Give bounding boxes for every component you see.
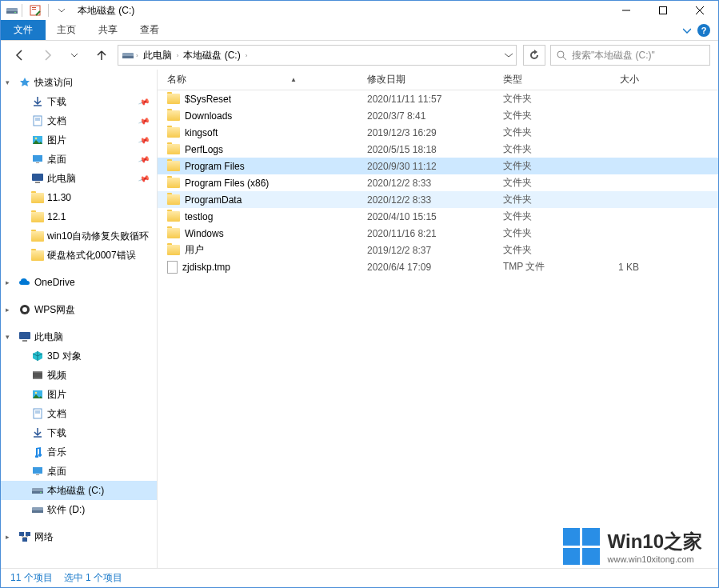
folder-icon <box>167 245 180 255</box>
tree-pc-item[interactable]: 软件 (D:) <box>1 500 157 519</box>
item-icon <box>31 134 44 146</box>
breadcrumb-drive[interactable]: 本地磁盘 (C:) <box>180 47 243 64</box>
svg-line-13 <box>563 57 566 60</box>
tree-label: 文档 <box>47 114 66 128</box>
title-bar: 本地磁盘 (C:) <box>1 1 718 20</box>
svg-rect-25 <box>19 332 30 339</box>
tree-pc-item[interactable]: 音乐 <box>1 442 157 462</box>
file-row[interactable]: zjdiskp.tmp2020/6/4 17:09TMP 文件1 KB <box>158 258 718 275</box>
ribbon-home-tab[interactable]: 主页 <box>46 20 87 40</box>
tree-quick-item[interactable]: 此电脑📌 <box>1 169 157 188</box>
file-row[interactable]: testlog2020/4/10 15:15文件夹 <box>158 208 718 225</box>
address-dropdown-icon[interactable] <box>505 51 513 59</box>
back-button[interactable] <box>9 44 31 66</box>
help-icon[interactable]: ? <box>697 24 710 37</box>
ribbon-share-tab[interactable]: 共享 <box>87 20 129 40</box>
file-list-area: 名称▲ 修改日期 类型 大小 $SysReset2020/11/11 11:57… <box>158 70 718 568</box>
chevron-down-icon[interactable]: ▾ <box>6 333 15 341</box>
tree-quick-item[interactable]: 图片📌 <box>1 130 157 150</box>
tree-quick-item[interactable]: 下载📌 <box>1 92 157 111</box>
recent-dropdown[interactable] <box>63 44 86 66</box>
maximize-button[interactable] <box>645 1 681 20</box>
forward-button[interactable] <box>36 44 58 66</box>
tree-quick-item[interactable]: win10自动修复失败循环 <box>1 226 157 246</box>
file-row[interactable]: ProgramData2020/12/2 8:33文件夹 <box>158 191 718 208</box>
file-row[interactable]: 用户2019/12/2 8:37文件夹 <box>158 242 718 258</box>
tree-onedrive[interactable]: ▸ OneDrive <box>1 273 157 292</box>
chevron-right-icon[interactable]: › <box>246 52 248 59</box>
col-header-type[interactable]: 类型 <box>503 73 583 86</box>
tree-pc-item[interactable]: 图片 <box>1 385 157 404</box>
file-type: 文件夹 <box>503 92 583 106</box>
tree-label: 视频 <box>47 369 66 382</box>
up-button[interactable] <box>90 44 113 66</box>
ribbon-view-tab[interactable]: 查看 <box>129 20 170 40</box>
tree-pc-item[interactable]: 桌面 <box>1 462 157 481</box>
pc-icon <box>18 330 31 343</box>
file-row[interactable]: Program Files2020/9/30 11:12文件夹 <box>158 158 718 174</box>
refresh-button[interactable] <box>523 45 545 66</box>
star-icon <box>18 76 31 89</box>
file-row[interactable]: Program Files (x86)2020/12/2 8:33文件夹 <box>158 174 718 191</box>
chevron-right-icon[interactable]: ▸ <box>6 306 15 314</box>
item-icon <box>31 350 44 362</box>
chevron-right-icon[interactable]: › <box>177 52 179 59</box>
file-date: 2020/6/4 17:09 <box>367 262 503 273</box>
tree-quick-item[interactable]: 文档📌 <box>1 111 157 130</box>
file-size: 1 KB <box>583 262 639 273</box>
file-row[interactable]: Windows2020/11/16 8:21文件夹 <box>158 225 718 242</box>
ribbon-file-tab[interactable]: 文件 <box>1 20 46 40</box>
file-row[interactable]: Downloads2020/3/7 8:41文件夹 <box>158 107 718 124</box>
tree-pc-item[interactable]: 文档 <box>1 404 157 423</box>
tree-label: 11.30 <box>47 192 71 203</box>
tree-label: 本地磁盘 (C:) <box>47 484 104 498</box>
chevron-right-icon[interactable]: ▸ <box>6 533 15 541</box>
col-header-size[interactable]: 大小 <box>583 73 639 86</box>
tree-network[interactable]: ▸ 网络 <box>1 527 157 546</box>
svg-point-31 <box>35 392 38 394</box>
tree-label: 桌面 <box>47 153 66 166</box>
tree-quick-item[interactable]: 11.30 <box>1 188 157 207</box>
item-icon <box>31 407 44 420</box>
tree-pc-item[interactable]: 本地磁盘 (C:) <box>1 481 157 500</box>
minimize-button[interactable] <box>608 1 645 20</box>
ribbon-expand-icon[interactable] <box>683 26 691 34</box>
svg-rect-14 <box>34 116 42 126</box>
item-icon <box>31 191 44 204</box>
svg-rect-42 <box>19 532 24 536</box>
file-row[interactable]: $SysReset2020/11/11 11:57文件夹 <box>158 90 718 107</box>
file-list[interactable]: $SysReset2020/11/11 11:57文件夹Downloads202… <box>158 90 718 568</box>
file-row[interactable]: PerfLogs2020/5/15 18:18文件夹 <box>158 141 718 158</box>
tree-pc-item[interactable]: 视频 <box>1 366 157 385</box>
tree-pc-item[interactable]: 下载 <box>1 423 157 442</box>
nav-tree: ▾ 快速访问 下载📌文档📌图片📌桌面📌此电脑📌11.3012.1win10自动修… <box>1 70 158 568</box>
close-button[interactable] <box>681 1 718 20</box>
tree-quick-item[interactable]: 12.1 <box>1 207 157 226</box>
tree-quick-item[interactable]: 硬盘格式化0007错误 <box>1 246 157 265</box>
watermark-title: Win10之家 <box>608 529 702 554</box>
tree-quick-item[interactable]: 桌面📌 <box>1 150 157 169</box>
breadcrumb-pc[interactable]: 此电脑 <box>140 47 175 64</box>
tree-quick-access[interactable]: ▾ 快速访问 <box>1 73 157 92</box>
col-header-date[interactable]: 修改日期 <box>367 73 503 86</box>
chevron-right-icon[interactable]: ▸ <box>6 278 15 286</box>
qat-dropdown-icon[interactable] <box>52 2 71 19</box>
tree-pc-item[interactable]: 3D 对象 <box>1 346 157 366</box>
file-name: Windows <box>185 228 224 239</box>
chevron-right-icon[interactable]: › <box>136 52 138 59</box>
address-bar[interactable]: › 此电脑 › 本地磁盘 (C:) › <box>118 45 517 66</box>
tree-label: 快速访问 <box>34 76 73 90</box>
file-date: 2020/12/2 8:33 <box>367 178 503 189</box>
windows-logo-icon <box>563 528 600 565</box>
col-header-name[interactable]: 名称▲ <box>167 73 367 86</box>
folder-icon <box>167 194 180 205</box>
qat-properties-icon[interactable] <box>26 2 45 19</box>
file-type: 文件夹 <box>503 193 583 206</box>
chevron-down-icon[interactable]: ▾ <box>6 78 15 86</box>
file-type: 文件夹 <box>503 243 583 257</box>
tree-wps[interactable]: ▸ WPS网盘 <box>1 300 157 319</box>
search-input[interactable]: 搜索"本地磁盘 (C:)" <box>550 45 710 66</box>
file-row[interactable]: kingsoft2019/12/3 16:29文件夹 <box>158 124 718 141</box>
file-type: 文件夹 <box>503 142 583 156</box>
tree-this-pc[interactable]: ▾ 此电脑 <box>1 327 157 346</box>
